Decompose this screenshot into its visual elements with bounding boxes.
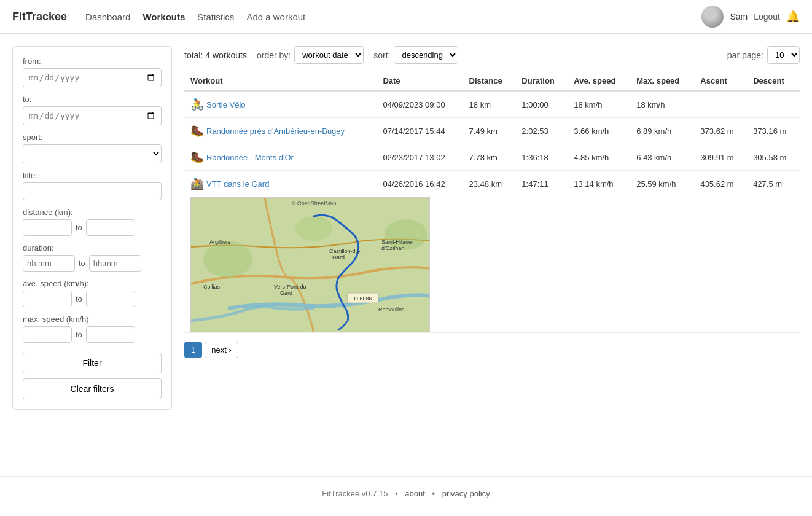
max-speed-max[interactable]: [86, 326, 135, 343]
ave-speed-range: to: [23, 291, 162, 307]
workout-descent: 373.16 m: [747, 118, 800, 144]
workout-descent: 305.58 m: [747, 144, 800, 171]
to-label: to:: [23, 95, 162, 104]
col-date: Date: [377, 71, 463, 91]
workout-link[interactable]: Randonnée près d'Ambérieu-en-Bugey: [206, 127, 345, 136]
svg-text:Castillon-du-: Castillon-du-: [329, 248, 361, 254]
filter-sidebar: from: to: sport: title: distance (km): t…: [12, 46, 172, 410]
sort-select[interactable]: descending ascending: [394, 46, 458, 64]
to-date-field[interactable]: [23, 106, 162, 125]
nav-links: Dashboard Workouts Statistics Add a work…: [85, 12, 701, 22]
per-page-group: par page: 10 20 50: [727, 46, 800, 64]
order-by-label: order by:: [257, 50, 291, 60]
nav-dashboard[interactable]: Dashboard: [85, 12, 130, 22]
filter-button[interactable]: Filter: [23, 353, 162, 373]
workouts-main: total: 4 workouts order by: workout date…: [184, 46, 800, 452]
avatar[interactable]: [701, 6, 724, 28]
duration-min[interactable]: [23, 255, 75, 272]
logout-button[interactable]: Logout: [754, 12, 780, 22]
sport-icon: 🥾: [190, 150, 204, 164]
footer-dot-1: •: [395, 489, 398, 498]
workout-link[interactable]: Randonnée - Monts d'Or: [206, 153, 294, 162]
max-speed-range: to: [23, 326, 162, 343]
distance-min[interactable]: [23, 219, 72, 236]
workout-ascent: 309.91 m: [694, 144, 747, 171]
sort-group: sort: descending ascending: [373, 46, 458, 64]
nav-add-workout[interactable]: Add a workout: [246, 12, 305, 22]
footer-dot-2: •: [432, 489, 435, 498]
total-count: total: 4 workouts: [184, 50, 247, 60]
svg-text:© OpenStreetMap: © OpenStreetMap: [292, 200, 337, 206]
nav-statistics[interactable]: Statistics: [197, 12, 234, 22]
from-date-field[interactable]: [23, 68, 162, 87]
workout-distance: 18 km: [463, 91, 516, 118]
brand-logo[interactable]: FitTrackee: [12, 10, 67, 23]
workout-distance: 7.78 km: [463, 144, 516, 171]
map-svg: D 6086 Argilliers Vers-Pont-du- Gard Cas…: [191, 198, 430, 332]
workout-link[interactable]: VTT dans le Gard: [206, 179, 269, 189]
table-header: Workout Date Distance Duration Ave. spee…: [184, 71, 800, 91]
svg-text:Vers-Pont-du-: Vers-Pont-du-: [274, 284, 308, 290]
next-page-button[interactable]: next ›: [205, 342, 238, 358]
duration-max[interactable]: [89, 255, 141, 272]
footer-brand: FitTrackee: [322, 489, 359, 498]
svg-text:Gard: Gard: [280, 290, 292, 296]
nav-right: Sam Logout 🔔: [701, 6, 800, 28]
distance-max[interactable]: [86, 219, 135, 236]
svg-text:D 6086: D 6086: [354, 295, 372, 302]
col-max-speed: Max. speed: [630, 71, 694, 91]
svg-text:Saint-Hilaire-: Saint-Hilaire-: [381, 239, 413, 245]
max-speed-label: max. speed (km/h):: [23, 315, 162, 324]
workout-max-speed: 18 km/h: [630, 91, 694, 118]
svg-text:Collias: Collias: [203, 284, 221, 290]
sort-label: sort:: [373, 50, 390, 60]
workouts-toolbar: total: 4 workouts order by: workout date…: [184, 46, 800, 64]
clear-filters-button[interactable]: Clear filters: [23, 378, 162, 399]
workout-descent: 427.5 m: [747, 171, 800, 197]
distance-range: to: [23, 219, 162, 236]
workout-max-speed: 25.59 km/h: [630, 171, 694, 197]
to-date-input[interactable]: [28, 111, 156, 121]
pagination: 1 next ›: [184, 342, 800, 358]
svg-text:Remoulins: Remoulins: [378, 307, 405, 313]
from-date-input[interactable]: [28, 72, 156, 83]
table-row: 🥾 Randonnée - Monts d'Or 02/23/2017 13:0…: [184, 144, 800, 171]
table-row: 🥾 Randonnée près d'Ambérieu-en-Bugey 07/…: [184, 118, 800, 144]
sport-icon: 🚵: [190, 177, 204, 190]
table-body: 🚴 Sortie Vélo 04/09/2023 09:00 18 km 1:0…: [184, 91, 800, 333]
order-by-select[interactable]: workout date distance duration ave. spee…: [294, 46, 364, 64]
notification-icon[interactable]: 🔔: [786, 10, 800, 23]
ave-speed-min[interactable]: [23, 291, 72, 307]
workout-duration: 1:47:11: [515, 171, 568, 197]
sport-select[interactable]: [23, 144, 162, 163]
col-descent: Descent: [747, 71, 800, 91]
per-page-select[interactable]: 10 20 50: [767, 46, 800, 64]
ave-speed-label: ave. speed (km/h):: [23, 279, 162, 288]
workout-max-speed: 6.43 km/h: [630, 144, 694, 171]
svg-text:Argilliers: Argilliers: [209, 239, 231, 245]
workout-ascent: 435.62 m: [694, 171, 747, 197]
ave-speed-max[interactable]: [86, 291, 135, 307]
title-input[interactable]: [23, 182, 162, 200]
order-by-group: order by: workout date distance duration…: [257, 46, 364, 64]
workout-date: 04/26/2016 16:42: [377, 171, 463, 197]
footer: FitTrackee v0.7.15 • about • privacy pol…: [0, 476, 812, 510]
page-1-button[interactable]: 1: [184, 342, 202, 358]
duration-range: to: [23, 255, 162, 272]
col-distance: Distance: [463, 71, 516, 91]
workout-link[interactable]: Sortie Vélo: [206, 100, 246, 109]
nav-workouts[interactable]: Workouts: [142, 12, 185, 22]
col-workout: Workout: [184, 71, 377, 91]
max-speed-min[interactable]: [23, 326, 72, 343]
workout-ascent: 373.62 m: [694, 118, 747, 144]
table-row: 🚴 Sortie Vélo 04/09/2023 09:00 18 km 1:0…: [184, 91, 800, 118]
workout-distance: 7.49 km: [463, 118, 516, 144]
workout-distance: 23.48 km: [463, 171, 516, 197]
distance-to: to: [76, 223, 82, 232]
from-label: from:: [23, 57, 162, 66]
svg-point-1: [203, 241, 252, 278]
navbar: FitTrackee Dashboard Workouts Statistics…: [0, 0, 812, 34]
footer-privacy-link[interactable]: privacy policy: [442, 489, 490, 498]
workout-duration: 1:00:00: [515, 91, 568, 118]
footer-about-link[interactable]: about: [405, 489, 425, 498]
